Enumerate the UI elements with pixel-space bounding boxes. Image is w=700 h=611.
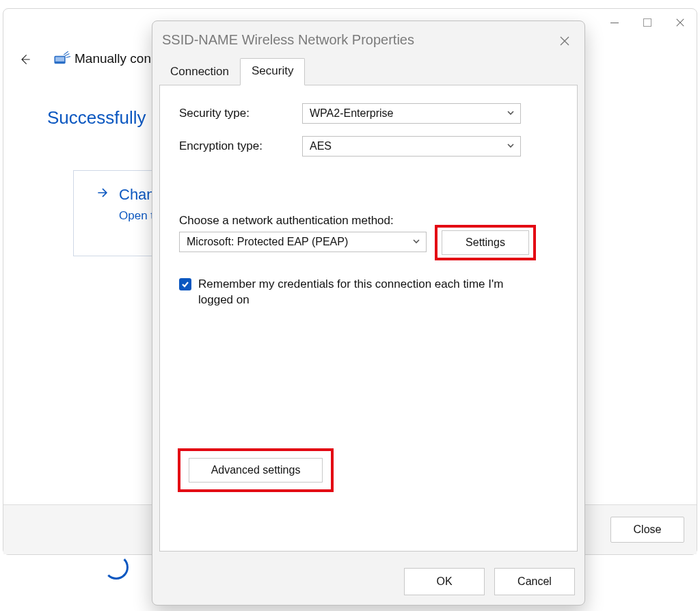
arrow-right-icon: [96, 186, 109, 204]
svg-rect-1: [55, 57, 64, 62]
dialog-footer-buttons: OK Cancel: [404, 568, 575, 595]
auth-method-value: Microsoft: Protected EAP (PEAP): [187, 236, 348, 248]
security-type-value: WPA2-Enterprise: [310, 107, 393, 120]
cancel-button[interactable]: Cancel: [494, 568, 575, 595]
chevron-down-icon: [507, 107, 515, 120]
remember-credentials-label: Remember my credentials for this connect…: [198, 277, 507, 308]
encryption-type-dropdown[interactable]: AES: [302, 136, 521, 157]
encryption-type-value: AES: [310, 140, 332, 152]
dialog-close-button[interactable]: [554, 31, 575, 51]
loading-spinner-icon: [104, 555, 129, 580]
remember-credentials-checkbox[interactable]: [179, 278, 191, 290]
dialog-title: SSID-NAME Wireless Network Properties: [162, 32, 414, 48]
tab-security[interactable]: Security: [240, 58, 305, 85]
tab-connection[interactable]: Connection: [159, 59, 240, 85]
auth-settings-button[interactable]: Settings: [442, 230, 529, 255]
parent-close-button[interactable]: Close: [610, 517, 684, 543]
security-tab-panel: Security type: WPA2-Enterprise Encryptio…: [159, 85, 578, 552]
minimize-button[interactable]: [598, 9, 631, 36]
security-type-label: Security type:: [179, 107, 302, 120]
chevron-down-icon: [507, 140, 515, 152]
wireless-properties-dialog: SSID-NAME Wireless Network Properties Co…: [152, 21, 585, 606]
network-wizard-icon: [53, 50, 70, 66]
maximize-button[interactable]: [631, 9, 664, 36]
chevron-down-icon: [412, 236, 420, 248]
close-window-button[interactable]: [664, 9, 697, 36]
auth-method-dropdown[interactable]: Microsoft: Protected EAP (PEAP): [179, 232, 427, 252]
encryption-type-label: Encryption type:: [179, 139, 302, 153]
settings-button-highlight: Settings: [435, 225, 536, 260]
parent-heading: Manually con: [75, 51, 151, 66]
back-button[interactable]: [18, 53, 32, 69]
advanced-settings-highlight: Advanced settings: [178, 448, 334, 492]
ok-button[interactable]: OK: [404, 568, 485, 595]
dialog-tabs: Connection Security: [159, 61, 305, 85]
security-type-dropdown[interactable]: WPA2-Enterprise: [302, 103, 521, 124]
success-heading: Successfully: [47, 107, 146, 128]
advanced-settings-button[interactable]: Advanced settings: [189, 458, 323, 483]
